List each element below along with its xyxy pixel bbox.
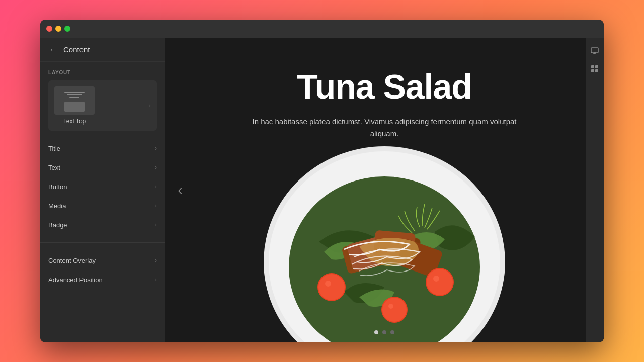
menu-item-media-chevron: ›: [155, 202, 157, 209]
layers-icon: [591, 65, 599, 73]
menu-item-text[interactable]: Text ›: [40, 158, 165, 177]
layout-preview: [54, 86, 95, 115]
menu-item-media[interactable]: Media ›: [40, 196, 165, 215]
slide-text-area: Tuna Salad In hac habitasse platea dictu…: [223, 68, 545, 140]
svg-point-10: [325, 281, 331, 287]
sidebar-divider: [40, 242, 165, 243]
svg-rect-21: [591, 65, 594, 68]
layout-section-label: LAYOUT: [48, 70, 157, 75]
menu-item-content-overlay-chevron: ›: [155, 257, 157, 264]
menu-item-media-label: Media: [48, 202, 66, 210]
close-button[interactable]: [46, 26, 52, 32]
svg-point-16: [388, 304, 393, 309]
svg-point-12: [427, 269, 453, 295]
menu-item-advanced-position[interactable]: Advanced Position ›: [40, 270, 165, 289]
monitor-button[interactable]: [588, 44, 602, 58]
preview-line-2: [67, 94, 82, 95]
slide-subtext: In hac habitasse platea dictumst. Vivamu…: [244, 116, 525, 140]
menu-item-text-label: Text: [48, 164, 60, 171]
dot-1[interactable]: [374, 330, 378, 334]
sidebar-title: Content: [63, 45, 90, 54]
menu-item-badge-label: Badge: [48, 221, 67, 229]
preview-line-1: [64, 92, 85, 93]
preview-line-3: [69, 97, 79, 98]
sidebar-header: ← Content: [40, 38, 165, 62]
menu-item-badge-chevron: ›: [155, 221, 157, 228]
menu-item-title[interactable]: Title ›: [40, 139, 165, 158]
menu-item-button-chevron: ›: [155, 183, 157, 190]
back-button[interactable]: ←: [48, 45, 58, 55]
menu-item-content-overlay-label: Content Overlay: [48, 257, 96, 264]
sidebar: ← Content LAYOUT: [40, 38, 165, 342]
minimize-button[interactable]: [55, 26, 61, 32]
svg-rect-24: [595, 69, 598, 72]
layout-card-inner: Text Top: [54, 86, 95, 125]
preview-image-block: [64, 102, 85, 112]
svg-rect-23: [591, 69, 594, 72]
layout-card-chevron: ›: [149, 102, 151, 109]
layers-button[interactable]: [588, 62, 602, 76]
menu-item-content-overlay[interactable]: Content Overlay ›: [40, 251, 165, 270]
menu-item-title-chevron: ›: [155, 145, 157, 152]
menu-item-button-label: Button: [48, 183, 67, 191]
svg-rect-17: [591, 48, 598, 53]
dot-2[interactable]: [382, 330, 386, 334]
traffic-lights: [46, 26, 70, 32]
menu-item-advanced-position-label: Advanced Position: [48, 276, 103, 284]
canvas: Tuna Salad In hac habitasse platea dictu…: [165, 38, 604, 342]
svg-point-13: [433, 276, 439, 282]
nav-arrow-left[interactable]: ‹: [171, 181, 189, 199]
slide: Tuna Salad In hac habitasse platea dictu…: [165, 38, 604, 342]
titlebar: [40, 20, 604, 38]
svg-point-15: [382, 298, 407, 322]
main-content: ← Content LAYOUT: [40, 38, 604, 342]
menu-item-title-label: Title: [48, 145, 60, 152]
monitor-icon: [591, 47, 599, 54]
menu-item-advanced-position-chevron: ›: [155, 276, 157, 283]
maximize-button[interactable]: [64, 26, 70, 32]
preview-text-area: [64, 89, 85, 98]
slide-heading: Tuna Salad: [244, 68, 525, 106]
menu-item-badge[interactable]: Badge ›: [40, 215, 165, 234]
dot-indicators: [374, 330, 394, 334]
toolbar-right: [586, 38, 604, 342]
svg-rect-22: [595, 65, 598, 68]
bottom-menu-items-group: Content Overlay › Advanced Position ›: [40, 247, 165, 293]
app-window: ← Content LAYOUT: [40, 20, 604, 342]
layout-card[interactable]: Text Top ›: [48, 80, 157, 131]
menu-items-group: Title › Text › Button › Media › Badge: [40, 135, 165, 238]
menu-item-button[interactable]: Button ›: [40, 177, 165, 196]
svg-point-9: [318, 274, 345, 300]
layout-card-name: Text Top: [63, 118, 86, 125]
dot-3[interactable]: [390, 330, 394, 334]
menu-item-text-chevron: ›: [155, 164, 157, 171]
layout-section: LAYOUT Text Top ›: [40, 62, 165, 135]
